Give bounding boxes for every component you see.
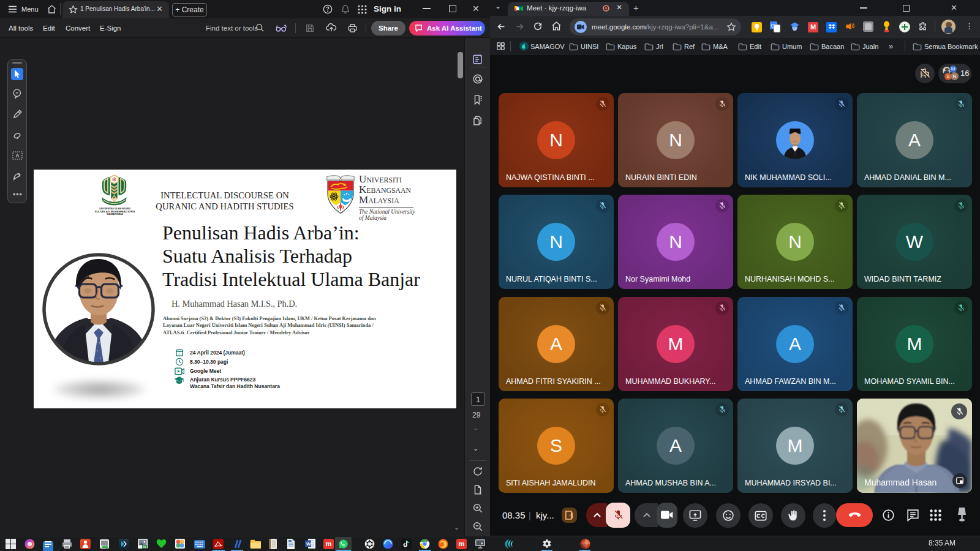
svg-text:A: A <box>16 153 20 159</box>
svg-text:W: W <box>306 541 311 547</box>
svg-text:3d: 3d <box>143 545 146 549</box>
